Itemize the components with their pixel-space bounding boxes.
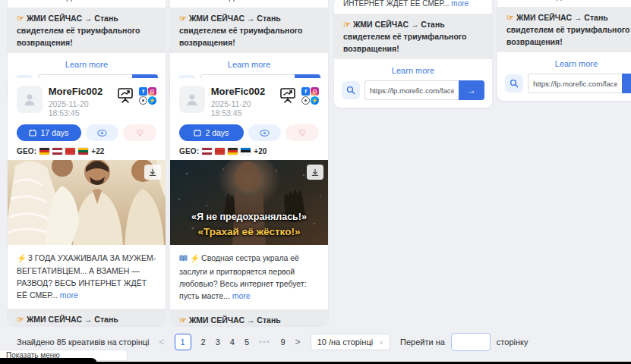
page-1-active[interactable]: 1 bbox=[175, 334, 191, 350]
page-5[interactable]: 5 bbox=[245, 337, 249, 347]
landing-url-input[interactable] bbox=[528, 74, 622, 93]
more-link[interactable]: more bbox=[451, 0, 469, 8]
ad-headline-bar: ☞ЖМИ СЕЙЧАС → Стань свидетелем её триумф… bbox=[8, 309, 166, 325]
teaser-tail: ИНТЕРНЕТ ЖДЁТ ЕЁ СМЕР... more bbox=[334, 0, 492, 8]
learn-more-link[interactable]: Learn more bbox=[8, 60, 166, 69]
running-days-label: 17 days bbox=[40, 128, 68, 137]
more-link[interactable]: more bbox=[232, 291, 251, 300]
teaser-text: 3 ГОДА УХАЖИВАЛА ЗА МУЖЕМ-ВЕГЕТАТИВЦЕМ..… bbox=[17, 253, 156, 300]
advertiser-name: MoreFic002 bbox=[49, 86, 117, 98]
ad-headline-text: ЖМИ СЕЙЧАС → Стань свидетелем её триумфа… bbox=[179, 315, 303, 325]
flag-red-icon bbox=[215, 148, 225, 155]
ad-headline-bar: ☞ЖМИ СЕЙЧАС → Стань свидетелем её триумф… bbox=[334, 14, 492, 59]
creative-card-top-4: ИНТЕРНЕТ ЖДЁТ ЕЁ СМЕР... more ☞ЖМИ СЕЙЧА… bbox=[497, 0, 631, 101]
persona-icon bbox=[139, 96, 147, 105]
ad-headline-text: ЖМИ СЕЙЧАС → Стань свидетелем её триумфа… bbox=[17, 315, 140, 325]
presentation-chart-icon bbox=[117, 87, 134, 106]
geo-flags bbox=[202, 148, 251, 155]
open-url-button[interactable]: → bbox=[622, 74, 631, 93]
ad-teaser-text: ⚡Сводная сестра украла её заслуги и прит… bbox=[170, 245, 328, 303]
favorite-heart-button[interactable]: ♡ bbox=[286, 124, 319, 141]
creative-card-main-1: MoreFic002 2025-11-20 18:53:45 f ⚡ 17 bbox=[8, 78, 166, 325]
running-days-button[interactable]: 2 days bbox=[179, 124, 244, 141]
preview-eye-button[interactable] bbox=[86, 124, 119, 141]
results-count-text: Знайдено 85 креативів на сторінці bbox=[17, 337, 150, 347]
flag-estonia-icon bbox=[241, 148, 251, 155]
flag-latvia-icon bbox=[52, 148, 62, 155]
url-row: → bbox=[334, 80, 492, 108]
pointing-finger-icon: ☞ bbox=[179, 315, 187, 325]
presentation-chart-icon bbox=[279, 87, 296, 106]
geo-more-count[interactable]: +22 bbox=[91, 147, 104, 155]
flag-lithuania-icon bbox=[78, 148, 88, 155]
teaser-tail: ИНТЕРНЕТ ЖДЁТ ЕЁ СМЕР... more bbox=[497, 0, 631, 1]
open-url-button[interactable]: → bbox=[459, 80, 484, 100]
flag-germany-icon bbox=[39, 148, 49, 155]
messenger-icon: ⚡ bbox=[148, 96, 156, 105]
creative-image-dark-glass-scene: «Я не предохранялась!» «Трахай её жёстко… bbox=[170, 160, 328, 245]
teaser-tail-text: ИНТЕРНЕТ ЖДЁТ ЕЁ СМЕР... bbox=[179, 0, 286, 2]
ad-headline-bar: ☞ЖМИ СЕЙЧАС → Стань свидетелем её триумф… bbox=[170, 8, 328, 53]
page-9[interactable]: 9 bbox=[280, 337, 285, 347]
search-icon[interactable] bbox=[342, 81, 360, 99]
image-caption-line-1: «Я не предохранялась!» bbox=[170, 212, 328, 222]
advertiser-avatar bbox=[179, 86, 205, 113]
more-link[interactable]: more bbox=[125, 0, 142, 2]
facebook-icon: f bbox=[139, 87, 147, 96]
image-caption-line-2: «Трахай её жёстко!» bbox=[170, 226, 328, 237]
ad-headline-text: ЖМИ СЕЙЧАС → Стань свидетелем её триумфа… bbox=[343, 20, 467, 53]
geo-label: GEO: bbox=[17, 147, 36, 155]
ad-headline-bar: ☞ЖМИ СЕЙЧАС → Стань свидетелем её триумф… bbox=[8, 8, 166, 53]
pointing-finger-icon: ☞ bbox=[506, 13, 514, 22]
search-icon[interactable] bbox=[505, 74, 523, 93]
creative-datetime: 2025-11-20 18:53:45 bbox=[211, 99, 279, 118]
page-3[interactable]: 3 bbox=[216, 337, 220, 347]
goto-page-control: Перейти на сторінку bbox=[400, 333, 528, 351]
learn-more-link[interactable]: Learn more bbox=[334, 66, 492, 75]
teaser-tail-text: ИНТЕРНЕТ ЖДЁТ ЕЁ СМЕР... bbox=[343, 0, 450, 8]
preview-eye-button[interactable] bbox=[248, 124, 282, 141]
card-actions: 17 days ♡ bbox=[8, 118, 166, 141]
pages-ellipsis[interactable]: ••• bbox=[259, 338, 270, 346]
geo-label: GEO: bbox=[179, 147, 199, 155]
teaser-tail-text: ИНТЕРНЕТ ЖДЁТ ЕЁ СМЕР... bbox=[17, 0, 123, 2]
flag-red-icon bbox=[65, 148, 75, 155]
creatives-spy-page: ИНТЕРНЕТ ЖДЁТ ЕЁ СМЕР... more ☞ЖМИ СЕЙЧА… bbox=[0, 0, 631, 364]
pointing-finger-icon: ☞ bbox=[17, 315, 24, 324]
download-image-button[interactable] bbox=[144, 165, 161, 180]
download-image-button[interactable] bbox=[307, 165, 323, 180]
running-days-label: 2 days bbox=[205, 128, 229, 137]
ad-headline-text: ЖМИ СЕЙЧАС → Стань свидетелем её триумфа… bbox=[17, 14, 140, 47]
creative-card-main-2: MoreFic002 2025-11-20 18:53:45 f ⚡ 2 bbox=[170, 78, 328, 325]
running-days-button[interactable]: 17 days bbox=[17, 124, 81, 141]
goto-page-input[interactable] bbox=[451, 333, 491, 351]
favorite-heart-button[interactable]: ♡ bbox=[123, 124, 156, 141]
more-link[interactable]: more bbox=[614, 0, 631, 1]
goto-prefix-label: Перейти на bbox=[400, 337, 445, 347]
page-size-select[interactable]: 10 /на сторінці ∨ bbox=[311, 334, 390, 350]
teaser-tail-text: ИНТЕРНЕТ ЖДЁТ ЕЁ СМЕР... bbox=[506, 0, 613, 1]
more-link[interactable]: more bbox=[60, 290, 78, 300]
learn-more-link[interactable]: Learn more bbox=[497, 59, 631, 68]
advertiser-name: MoreFic002 bbox=[211, 86, 279, 98]
more-link[interactable]: more bbox=[287, 0, 304, 2]
geo-more-count[interactable]: +20 bbox=[254, 147, 267, 155]
chevron-down-icon: ∨ bbox=[379, 339, 383, 346]
page-numbers: < 1 2 3 4 5 ••• 9 > bbox=[159, 334, 301, 350]
teaser-tail: ИНТЕРНЕТ ЖДЁТ ЕЁ СМЕР... more bbox=[8, 0, 166, 2]
lightning-icon: ⚡ bbox=[17, 253, 27, 262]
advertiser-avatar bbox=[17, 86, 43, 113]
prev-page-arrow[interactable]: < bbox=[159, 337, 165, 347]
ad-headline-bar: ☞ЖМИ СЕЙЧАС → Стань свидетелем её триумф… bbox=[170, 309, 328, 325]
learn-more-link[interactable]: Learn more bbox=[170, 60, 328, 69]
page-4[interactable]: 4 bbox=[230, 337, 235, 347]
ad-headline-bar: ☞ЖМИ СЕЙЧАС → Стань свидетелем её триумф… bbox=[497, 7, 631, 52]
lightning-icon: ⚡ bbox=[190, 253, 200, 262]
creative-image-wedding-scene bbox=[8, 160, 166, 245]
instagram-icon bbox=[311, 87, 319, 96]
goto-suffix-label: сторінку bbox=[497, 337, 528, 347]
next-page-arrow[interactable]: > bbox=[295, 337, 301, 347]
placement-icons: f ⚡ bbox=[139, 87, 156, 105]
page-2[interactable]: 2 bbox=[201, 337, 206, 347]
landing-url-input[interactable] bbox=[364, 80, 459, 100]
